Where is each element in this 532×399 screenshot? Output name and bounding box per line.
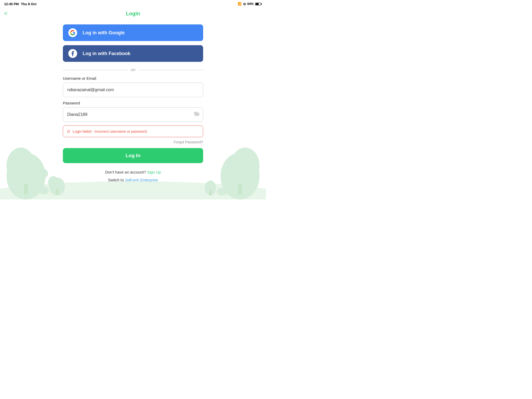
password-label: Password [63,101,203,105]
svg-rect-14 [209,190,212,196]
google-login-label: Log in with Google [83,30,125,36]
username-input[interactable] [63,83,203,97]
forgot-password-container: Forgot Password? [63,140,203,144]
battery-percent: 64% [247,2,254,6]
battery-icon [255,2,262,6]
svg-line-1 [195,112,199,115]
svg-point-15 [217,188,227,195]
date: Thu 8 Oct [21,2,36,6]
divider-text: OR [130,68,136,72]
facebook-login-label: Log in with Facebook [83,51,130,56]
divider-line-right [139,70,203,70]
forgot-password-link[interactable]: Forgot Password? [174,140,203,144]
error-text: Login failed - Incorrect username or pas… [73,129,148,134]
status-left: 12:45 PM Thu 8 Oct [4,2,36,6]
toggle-password-icon[interactable] [194,112,200,117]
facebook-login-button[interactable]: Log in with Facebook [63,45,203,62]
password-input[interactable] [63,107,203,122]
username-group: Username or Email [63,76,203,97]
error-message-box: ⊙ Login failed - Incorrect username or p… [63,125,203,137]
enterprise-link[interactable]: JotForm Enterprise [125,178,158,182]
status-right: 📶 ◎ 64% [238,2,262,6]
no-account-text: Don't have an account? [105,170,146,174]
svg-rect-8 [56,189,58,194]
divider-line-left [63,70,127,70]
signup-link[interactable]: Sign Up [147,170,161,174]
bottom-links: Don't have an account? Sign Up Switch to… [0,168,266,184]
signup-row: Don't have an account? Sign Up [0,168,266,176]
svg-rect-5 [24,184,28,194]
or-divider: OR [63,68,203,72]
switch-to-text: Switch to [108,178,124,182]
svg-point-9 [39,187,49,194]
back-button[interactable]: < [4,10,8,17]
username-input-wrapper [63,83,203,97]
password-group: Password [63,101,203,122]
status-bar: 12:45 PM Thu 8 Oct 📶 ◎ 64% [0,0,266,8]
svg-point-2 [0,181,266,200]
location-icon: ◎ [243,2,246,6]
password-input-wrapper [63,107,203,122]
page-title: Login [126,11,140,17]
nav-bar: < Login [0,8,266,19]
login-button[interactable]: Log In [63,148,203,163]
username-label: Username or Email [63,76,203,81]
time: 12:45 PM [4,2,19,6]
google-icon [68,28,77,37]
enterprise-row: Switch to JotForm Enterprise [0,176,266,184]
main-content: Log in with Google Log in with Facebook … [0,19,266,168]
svg-rect-12 [238,184,242,194]
error-icon: ⊙ [67,129,70,134]
google-login-button[interactable]: Log in with Google [63,24,203,41]
facebook-icon [68,49,77,58]
wifi-icon: 📶 [238,2,242,6]
